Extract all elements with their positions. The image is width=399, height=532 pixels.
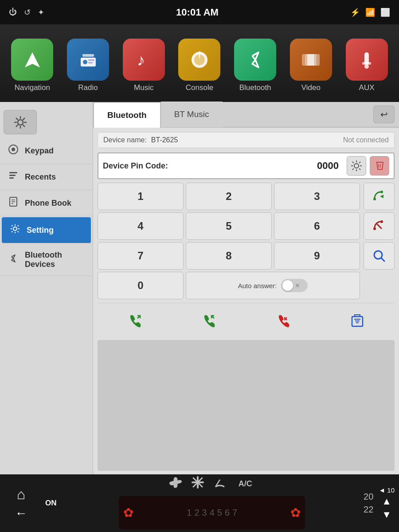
- pin-value: 0000: [317, 160, 339, 172]
- call-in-button[interactable]: [193, 308, 224, 332]
- svg-rect-30: [9, 172, 17, 173]
- power-icon[interactable]: ⏻: [9, 8, 17, 17]
- back-button[interactable]: ↩: [373, 106, 395, 123]
- brightness-icon[interactable]: ✦: [38, 8, 44, 17]
- svg-rect-31: [9, 175, 16, 176]
- svg-point-18: [364, 64, 369, 69]
- sidebar-item-keypad[interactable]: Keypad: [0, 138, 93, 164]
- key-2[interactable]: 2: [186, 183, 272, 210]
- svg-line-26: [23, 118, 25, 120]
- arrow-up-button[interactable]: ▲: [382, 496, 391, 507]
- app-navigation[interactable]: Navigation: [11, 39, 53, 92]
- auto-answer-toggle[interactable]: ✕: [281, 279, 308, 292]
- setting-icon: [9, 223, 21, 237]
- disconnect-button[interactable]: [364, 212, 395, 240]
- key-7[interactable]: 7: [98, 242, 184, 270]
- clock: 10:01 AM: [176, 7, 219, 18]
- fan-num-5: 5: [217, 508, 222, 518]
- delete-history-button[interactable]: [342, 308, 373, 332]
- fan-num-7: 7: [232, 508, 237, 518]
- usb-icon: ⚡: [350, 8, 360, 17]
- pin-row: Device Pin Code: 0000: [98, 153, 395, 179]
- refresh-icon[interactable]: ↺: [24, 8, 31, 17]
- search-button[interactable]: [364, 242, 395, 270]
- fan-num-2: 2: [194, 508, 199, 518]
- svg-rect-15: [314, 54, 316, 66]
- temp-right: 22: [364, 505, 373, 515]
- bottom-climate-controls: A/C ✿ 1 2 3 4 5 6 7 ✿: [64, 475, 360, 531]
- key-4[interactable]: 4: [98, 212, 184, 240]
- sidebar-settings-button[interactable]: [4, 110, 37, 134]
- ctrl-icons-row: A/C: [168, 475, 256, 493]
- bottom-home-section: ⌂ ←: [4, 474, 38, 532]
- fan-setting-icon[interactable]: [168, 475, 183, 493]
- app-radio[interactable]: Radio: [67, 39, 109, 92]
- app-radio-label: Radio: [78, 83, 98, 92]
- pin-delete-button[interactable]: [370, 156, 389, 176]
- tab-bluetooth[interactable]: Bluetooth: [93, 102, 161, 128]
- svg-rect-32: [9, 177, 14, 179]
- svg-point-42: [380, 191, 383, 193]
- sidebar-item-recents[interactable]: Recents: [0, 164, 93, 190]
- tab-bt-music[interactable]: BT Music: [161, 102, 223, 127]
- key-0[interactable]: 0: [98, 272, 184, 299]
- sidebar-item-setting[interactable]: Setting: [2, 217, 91, 243]
- wifi-icon: 📶: [365, 8, 375, 17]
- bottom-bar: ⌂ ← ON: [0, 474, 399, 532]
- svg-line-24: [16, 118, 18, 120]
- arrow-down-button[interactable]: ▼: [382, 509, 391, 520]
- defrost-icon[interactable]: [191, 475, 205, 493]
- svg-point-9: [198, 51, 201, 54]
- svg-point-37: [13, 227, 17, 231]
- volume-label: ◄ 10: [379, 486, 395, 494]
- fan-left-icon: ✿: [123, 505, 133, 520]
- auto-answer-row: Auto answer: ✕: [186, 272, 360, 299]
- key-3[interactable]: 3: [274, 183, 360, 210]
- app-console[interactable]: Console: [178, 39, 220, 92]
- main-content: Keypad Recents Phone Book Setting Blueto: [0, 102, 399, 474]
- recents-icon: [7, 170, 20, 184]
- app-music[interactable]: ♪ Music: [123, 39, 165, 92]
- device-name-label: Device name:: [103, 136, 147, 144]
- key-8[interactable]: 8: [186, 242, 272, 270]
- video-icon: [290, 39, 332, 81]
- sidebar: Keypad Recents Phone Book Setting Blueto: [0, 102, 93, 474]
- sidebar-phonebook-label: Phone Book: [25, 199, 71, 208]
- on-button[interactable]: ON: [40, 495, 62, 511]
- home-icon[interactable]: ⌂: [17, 486, 25, 503]
- back-nav-icon[interactable]: ←: [15, 506, 27, 520]
- key-6[interactable]: 6: [274, 212, 360, 240]
- svg-line-48: [381, 258, 384, 261]
- app-aux[interactable]: AUX: [346, 39, 388, 92]
- svg-line-46: [376, 223, 382, 229]
- status-bar: ⏻ ↺ ✦ 10:01 AM ⚡ 📶 ⬜: [0, 0, 399, 24]
- content-area: [98, 340, 395, 471]
- ac-label[interactable]: A/C: [239, 479, 252, 489]
- app-music-label: Music: [134, 83, 153, 92]
- connect-button[interactable]: [364, 183, 395, 210]
- keypad-grid: 1 2 3 4 5 6 7 8 9 0 Auto answer: ✕: [98, 183, 360, 299]
- bluetooth-app-icon: [234, 39, 276, 81]
- call-out-button[interactable]: [119, 308, 150, 332]
- sidebar-item-phonebook[interactable]: Phone Book: [0, 190, 93, 216]
- pin-gear-button[interactable]: [347, 156, 366, 176]
- device-id: BT-2625: [151, 136, 343, 144]
- radio-icon: [67, 39, 109, 81]
- key-9[interactable]: 9: [274, 242, 360, 270]
- sidebar-item-bluetooth-devices[interactable]: Bluetooth Devices: [0, 244, 93, 276]
- key-5[interactable]: 5: [186, 212, 272, 240]
- app-video[interactable]: Video: [290, 39, 332, 92]
- temp-left: 20: [364, 492, 373, 502]
- action-buttons: [364, 183, 395, 299]
- hangup-button[interactable]: [268, 308, 299, 332]
- app-bluetooth[interactable]: Bluetooth: [234, 39, 276, 92]
- svg-line-27: [16, 125, 18, 127]
- wiper-icon[interactable]: [213, 475, 227, 493]
- call-row: [98, 303, 395, 336]
- toggle-x-icon: ✕: [295, 282, 300, 289]
- status-left-icons: ⏻ ↺ ✦: [9, 8, 44, 17]
- phonebook-icon: [7, 196, 20, 210]
- svg-rect-3: [88, 59, 94, 61]
- toggle-knob: [282, 280, 293, 291]
- key-1[interactable]: 1: [98, 183, 184, 210]
